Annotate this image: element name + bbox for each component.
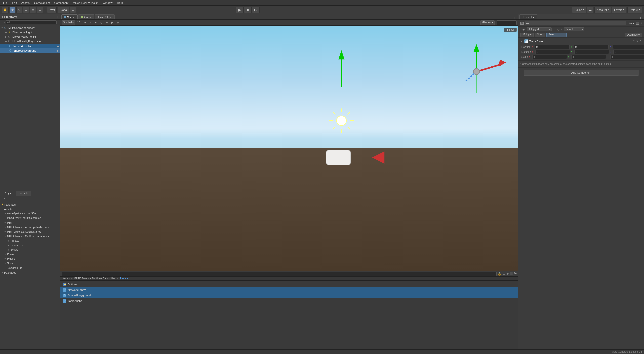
scene-sky-btn[interactable]: ◇ <box>99 20 104 25</box>
overrides-btn[interactable]: Overrides ▾ <box>625 33 642 37</box>
add-component-btn[interactable]: Add Component <box>524 70 639 76</box>
tree-item-azure[interactable]: AzureSpatialAnchors.SDK <box>0 211 60 216</box>
scale-y-input[interactable] <box>571 55 606 59</box>
select-btn[interactable]: Select <box>546 33 567 37</box>
menu-edit[interactable]: Edit <box>10 1 19 5</box>
snap-btn[interactable]: ⊡ <box>70 7 76 13</box>
hand-tool-btn[interactable]: ✋ <box>2 7 9 13</box>
pause-btn[interactable]: ⏸ <box>244 7 252 13</box>
tab-console[interactable]: Console <box>16 191 31 196</box>
open-btn[interactable]: Open <box>535 33 545 37</box>
tab-asset-store[interactable]: Asset Store <box>95 14 115 19</box>
scene-effects-btn[interactable]: ★ <box>93 20 98 25</box>
menu-help[interactable]: Help <box>115 1 125 5</box>
star-action-icon[interactable]: ★ <box>506 272 509 276</box>
static-checkbox[interactable] <box>636 22 639 25</box>
multiple-btn[interactable]: Multiple <box>520 33 534 37</box>
tree-item-mrtk-start[interactable]: MRTK.Tutorials.GettingStarted <box>0 230 60 234</box>
root-menu-btn[interactable]: ⋮ <box>57 27 59 29</box>
scene-search-input[interactable] <box>497 20 517 25</box>
tab-game[interactable]: Game <box>78 14 94 19</box>
tree-item-sharedplayground[interactable]: ⬡ SharedPlayground ▶ <box>0 48 60 53</box>
breadcrumb-mrtk-multi[interactable]: MRTK.Tutorials.MultiUserCapabilities <box>74 277 116 280</box>
menu-gameobject[interactable]: GameObject <box>32 1 52 5</box>
menu-mrtk[interactable]: Mixed Reality Toolkit <box>71 1 100 5</box>
file-buttons[interactable]: 📁 Buttons <box>60 282 518 287</box>
tree-item-scripts[interactable]: Scripts <box>0 248 60 252</box>
cloud-btn[interactable]: ☁ <box>587 7 593 13</box>
scale-tool-btn[interactable]: ⊞ <box>23 7 29 13</box>
back-btn[interactable]: ◀ Back <box>504 28 517 32</box>
scene-viewport[interactable]: ◀ Back <box>60 26 518 271</box>
scale-x-input[interactable] <box>532 55 567 59</box>
tree-item-photon[interactable]: Photon <box>0 252 60 257</box>
transform-question-icon[interactable]: ? <box>633 40 635 43</box>
position-z-input[interactable] <box>613 45 644 49</box>
inspector-menu-btn[interactable]: ⋮ <box>638 16 643 19</box>
breadcrumb-assets[interactable]: Assets <box>62 277 70 280</box>
menu-component[interactable]: Component <box>52 1 70 5</box>
static-dropdown-arrow[interactable]: ▾ <box>641 22 642 24</box>
transform-more-icon[interactable]: ⋮ <box>639 40 642 43</box>
transform-tool-btn[interactable]: ⊡ <box>37 7 43 13</box>
rect-tool-btn[interactable]: ▭ <box>30 7 36 13</box>
tree-item-resources[interactable]: Resources <box>0 243 60 248</box>
rotation-z-input[interactable] <box>613 50 644 54</box>
shaded-dropdown[interactable]: Shaded ▾ <box>62 20 75 25</box>
tag-dropdown[interactable]: Untagged ▾ <box>527 27 552 31</box>
tree-item-mrtk[interactable]: ▶ ⬡ MixedRealityToolkit <box>0 35 60 39</box>
scale-z-input[interactable] <box>610 55 644 59</box>
tree-item-playspace[interactable]: ▶ ⬡ MixedRealityPlayspace <box>0 39 60 44</box>
add-btn[interactable]: + <box>1 197 3 200</box>
transform-settings-icon[interactable]: ⚙ <box>636 40 638 43</box>
scene-audio-btn[interactable]: ♪ <box>89 20 92 25</box>
gameobject-enabled-checkbox[interactable]: ✓ <box>520 22 524 25</box>
position-y-input[interactable] <box>574 45 609 49</box>
tree-item-scenes[interactable]: Scenes <box>0 261 60 266</box>
collab-btn[interactable]: Collab ▾ <box>572 7 586 13</box>
play-btn[interactable]: ▶ <box>236 7 244 13</box>
pivot-btn[interactable]: Pivot <box>47 7 57 13</box>
file-networklobby[interactable]: ⬡ NetworkLobby <box>60 287 518 293</box>
menu-assets[interactable]: Assets <box>19 1 32 5</box>
tab-inspector[interactable]: Inspector <box>519 14 537 19</box>
tree-item-assets[interactable]: Assets <box>0 207 60 211</box>
tree-item-mrtk-gen[interactable]: MixedRealityToolkit.Generated <box>0 216 60 220</box>
gameobject-name-input[interactable] <box>525 21 626 25</box>
tree-item-mrtk-azure[interactable]: MRTK.Tutorials.AzureSpatialAnchors <box>0 225 60 230</box>
menu-window[interactable]: Window <box>101 1 114 5</box>
file-sharedplayground[interactable]: ⬡ SharedPlayground <box>60 293 518 298</box>
layout-btn[interactable]: Default ▾ <box>627 7 642 13</box>
scene-nav-btn[interactable]: ◈ <box>116 20 120 25</box>
scene-light-btn[interactable]: ☀ <box>83 20 88 25</box>
layers-btn[interactable]: Layers ▾ <box>612 7 626 13</box>
tree-item-packages[interactable]: Packages <box>0 270 60 275</box>
hierarchy-search-input[interactable] <box>6 20 57 24</box>
tree-item-mrtk-root[interactable]: MRTK <box>0 220 60 225</box>
tree-item-mrtk-multi[interactable]: MRTK.Tutorials.MultiUserCapabilities <box>0 234 60 239</box>
global-btn[interactable]: Global <box>58 7 69 13</box>
rotation-x-input[interactable] <box>535 50 570 54</box>
rotate-tool-btn[interactable]: ↻ <box>16 7 22 13</box>
tab-scene[interactable]: Scene <box>61 14 78 19</box>
project-search-input[interactable] <box>62 272 497 276</box>
tab-project[interactable]: Project <box>1 191 15 196</box>
tree-item-plugins[interactable]: Plugins <box>0 257 60 261</box>
tree-item-root[interactable]: ⬡ MultiUserCapabilities* ⋮ <box>0 26 60 30</box>
transform-header[interactable]: ▼ Transform ? ⚙ ⋮ <box>520 39 642 44</box>
tag-icon[interactable]: 🏷 <box>502 272 505 276</box>
menu-file[interactable]: File <box>1 1 10 5</box>
position-x-input[interactable] <box>535 45 570 49</box>
gizmos-dropdown[interactable]: Gizmos ▾ <box>480 20 495 25</box>
lock-icon[interactable]: 🔒 <box>498 272 501 276</box>
filter-icon[interactable]: ☰ <box>510 272 513 276</box>
scene-anim-btn[interactable]: ▶ <box>110 20 115 25</box>
tree-item-favorites[interactable]: ★ Favorites <box>0 202 60 207</box>
tree-item-textmesh[interactable]: TextMesh Pro <box>0 266 60 270</box>
step-btn[interactable]: ⏭ <box>252 7 260 13</box>
scene-fog-btn[interactable]: ≋ <box>105 20 109 25</box>
tree-item-dirlight[interactable]: ▶ ☀ Directional Light <box>0 30 60 35</box>
tree-item-prefabs[interactable]: Prefabs <box>0 239 60 243</box>
hierarchy-menu-btn[interactable]: ⋮ <box>56 15 59 18</box>
file-tableanchor[interactable]: ⬡ TableAnchor <box>60 298 518 304</box>
